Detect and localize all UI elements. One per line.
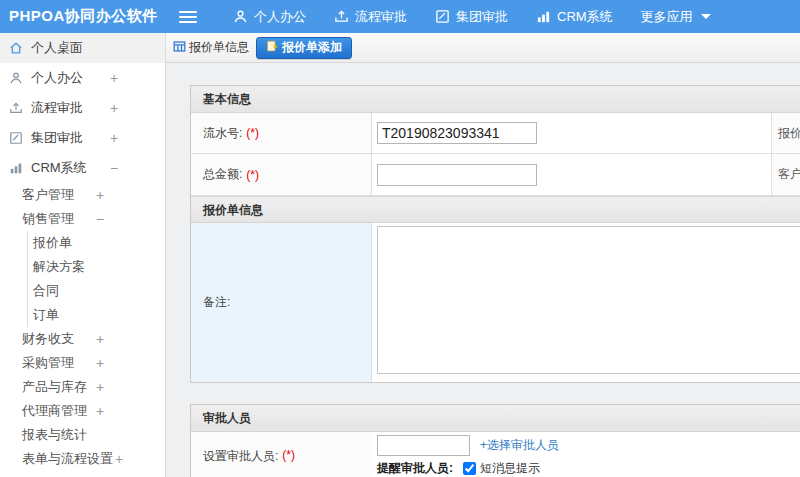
sidebar-item-agent-management[interactable]: 代理商管理 +	[0, 399, 165, 423]
form-row-serial-number: 流水号: (*) 报价时间:	[191, 113, 800, 154]
nav-crm-system[interactable]: CRM系统	[522, 0, 627, 33]
form-row-set-approvers: 设置审批人员: (*) +选择审批人员 提醒审批人员: 短消息提示	[191, 432, 800, 477]
form-row-remark: 备注:	[191, 223, 800, 382]
serial-number-label-cell: 流水号: (*)	[191, 113, 372, 153]
sales-submenu: 报价单 解决方案 合同 订单	[27, 231, 165, 327]
expand-icon[interactable]: +	[115, 452, 123, 466]
home-icon	[9, 41, 31, 55]
sidebar-item-purchase-management[interactable]: 采购管理 +	[0, 351, 165, 375]
form-content: 基本信息 流水号: (*) 报价时间: 总金额: (*)	[166, 63, 800, 477]
remind-approver-label: 提醒审批人员:	[377, 460, 453, 477]
expand-icon[interactable]: +	[96, 188, 104, 202]
collapse-icon[interactable]: −	[96, 212, 104, 226]
sms-remind-checkbox[interactable]	[463, 462, 476, 475]
top-bar: PHPOA协同办公软件 个人办公 流程审批 集团审批	[0, 0, 800, 33]
quote-time-label: 报价时间:	[772, 113, 800, 153]
collapse-icon[interactable]: −	[110, 161, 118, 175]
flow-icon	[9, 101, 31, 115]
total-amount-input[interactable]	[377, 164, 537, 186]
edit-icon	[9, 131, 31, 145]
nav-more-apps[interactable]: 更多应用	[627, 0, 725, 33]
sidebar-item-quotation[interactable]: 报价单	[28, 231, 165, 255]
expand-icon[interactable]: +	[110, 71, 118, 85]
section-title-approvers: 审批人员	[191, 405, 800, 432]
table-icon	[173, 40, 186, 56]
add-doc-icon	[266, 40, 278, 55]
expand-icon[interactable]: +	[96, 380, 104, 394]
tab-bar: 报价单信息 报价单添加	[166, 33, 800, 63]
main-area: 报价单信息 报价单添加 基本信息 流水号: (*)	[166, 33, 800, 477]
sidebar-item-order[interactable]: 订单	[28, 303, 165, 327]
chart-icon	[536, 9, 551, 24]
sidebar-item-contract[interactable]: 合同	[28, 279, 165, 303]
approver-panel: 审批人员 设置审批人员: (*) +选择审批人员 提醒审批人员:	[190, 404, 800, 477]
nav-personal-office[interactable]: 个人办公	[219, 0, 320, 33]
set-approvers-label-cell: 设置审批人员: (*)	[191, 432, 372, 477]
expand-icon[interactable]: +	[96, 332, 104, 346]
sidebar-item-group-approval[interactable]: 集团审批 +	[0, 123, 165, 153]
remark-textarea[interactable]	[377, 226, 800, 374]
sidebar-item-personal-desktop[interactable]: 个人桌面	[0, 33, 165, 63]
expand-icon[interactable]: +	[110, 131, 118, 145]
caret-down-icon	[701, 14, 711, 19]
app-logo: PHPOA协同办公软件	[0, 7, 165, 26]
sidebar-item-sales-management[interactable]: 销售管理 −	[0, 207, 165, 231]
sidebar-item-solution[interactable]: 解决方案	[28, 255, 165, 279]
form-row-total-amount: 总金额: (*) 客户名称:	[191, 154, 800, 196]
tab-quotation-info[interactable]: 报价单信息	[173, 39, 249, 56]
nav-group-approval[interactable]: 集团审批	[421, 0, 522, 33]
nav-workflow-approval[interactable]: 流程审批	[320, 0, 421, 33]
sidebar-item-customer-management[interactable]: 客户管理 +	[0, 183, 165, 207]
sidebar-item-product-inventory[interactable]: 产品与库存 +	[0, 375, 165, 399]
sidebar-item-crm-system[interactable]: CRM系统 −	[0, 153, 165, 183]
serial-number-input[interactable]	[377, 122, 537, 144]
select-approver-link[interactable]: +选择审批人员	[480, 437, 559, 454]
required-marker: (*)	[246, 126, 259, 140]
sidebar-item-personal-office[interactable]: 个人办公 +	[0, 63, 165, 93]
quotation-form-panel: 基本信息 流水号: (*) 报价时间: 总金额: (*)	[190, 85, 800, 383]
sidebar-item-finance[interactable]: 财务收支 +	[0, 327, 165, 351]
approver-input[interactable]	[377, 435, 470, 456]
sidebar-item-form-workflow-settings[interactable]: 表单与流程设置 +	[0, 447, 165, 471]
sms-remind-label: 短消息提示	[480, 460, 540, 477]
sidebar-item-workflow-approval[interactable]: 流程审批 +	[0, 93, 165, 123]
flow-icon	[334, 9, 349, 24]
required-marker: (*)	[246, 168, 259, 182]
section-title-quotation-info: 报价单信息	[191, 196, 800, 223]
customer-name-label: 客户名称:	[772, 154, 800, 195]
remark-label-cell: 备注:	[191, 223, 372, 382]
tab-quotation-add[interactable]: 报价单添加	[256, 37, 352, 59]
sidebar-item-reports-statistics[interactable]: 报表与统计	[0, 423, 165, 447]
top-nav: 个人办公 流程审批 集团审批 CRM系统 更多应用	[219, 0, 725, 33]
user-icon	[9, 71, 31, 85]
section-title-basic-info: 基本信息	[191, 86, 800, 113]
expand-icon[interactable]: +	[96, 404, 104, 418]
sidebar: 个人桌面 个人办公 + 流程审批 + 集团审批 +	[0, 33, 166, 477]
total-amount-label-cell: 总金额: (*)	[191, 154, 372, 195]
required-marker: (*)	[282, 448, 295, 462]
chart-icon	[9, 161, 31, 175]
edit-icon	[435, 9, 450, 24]
expand-icon[interactable]: +	[110, 101, 118, 115]
user-icon	[233, 9, 248, 24]
hamburger-menu-icon[interactable]	[179, 8, 199, 26]
expand-icon[interactable]: +	[96, 356, 104, 370]
